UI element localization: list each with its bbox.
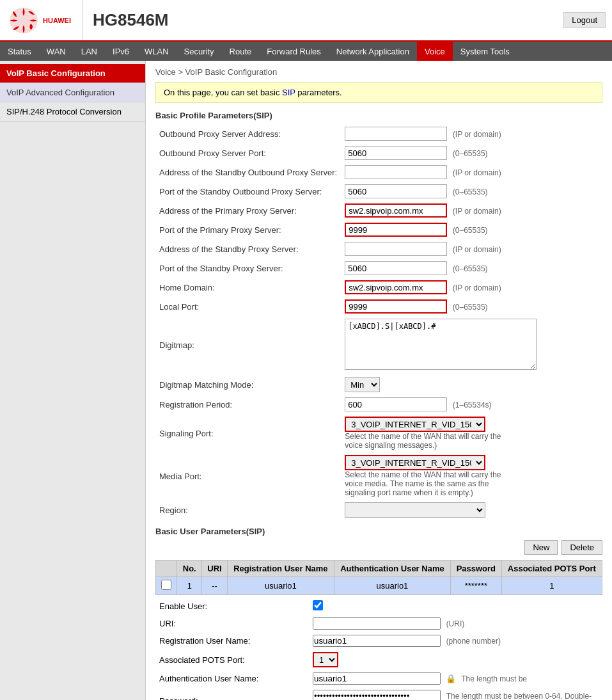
standby-proxy-address-label: Address of the Standby Proxy Server:: [155, 239, 341, 259]
nav-security[interactable]: Security: [177, 42, 222, 61]
enable-user-row: Enable User:: [155, 598, 602, 615]
local-port-input[interactable]: [345, 299, 447, 314]
primary-proxy-port-hint: (0–65535): [453, 226, 488, 235]
local-port-label: Local Port:: [155, 297, 341, 316]
reg-period-label: Registration Period:: [155, 395, 341, 414]
user-row-checkbox[interactable]: [161, 580, 171, 590]
reg-period-row: Registration Period: (1–65534s): [155, 395, 602, 414]
outbound-proxy-address-hint: (IP or domain): [453, 130, 501, 139]
digitmap-textarea[interactable]: [xABCD].S|[xABCD].#: [345, 319, 537, 370]
reg-period-hint: (1–65534s): [453, 401, 492, 410]
uri-hint: (URI): [446, 619, 465, 628]
col-no: No.: [177, 561, 202, 577]
device-title: HG8546M: [83, 10, 169, 30]
signaling-port-row: Signaling Port: 3_VOIP_INTERNET_R_VID_15…: [155, 414, 602, 452]
basic-profile-title: Basic Profile Parameters(SIP): [155, 111, 602, 120]
home-domain-label: Home Domain:: [155, 278, 341, 297]
primary-proxy-port-row: Port of the Primary Proxy Server: (0–655…: [155, 220, 602, 239]
home-domain-input[interactable]: [345, 280, 447, 294]
primary-proxy-port-input[interactable]: [345, 223, 447, 237]
standby-proxy-port-input[interactable]: [345, 261, 447, 275]
reg-user-input[interactable]: [313, 635, 441, 647]
password-input[interactable]: [313, 690, 441, 700]
outbound-proxy-port-input[interactable]: [345, 146, 447, 160]
sidebar-sip-h248[interactable]: SIP/H.248 Protocol Conversion: [0, 102, 145, 122]
enable-user-checkbox[interactable]: [313, 600, 323, 610]
user-table: No. URI Registration User Name Authentic…: [155, 560, 602, 595]
region-label: Region:: [155, 500, 341, 520]
outbound-proxy-address-label: Outbound Proxy Server Address:: [155, 124, 341, 143]
col-checkbox: [156, 561, 177, 577]
nav-bar: Status WAN LAN IPv6 WLAN Security Route …: [0, 42, 612, 61]
media-port-select[interactable]: 3_VOIP_INTERNET_R_VID_1503: [345, 455, 485, 470]
auth-user-hint: The length must be: [461, 674, 527, 683]
delete-user-button[interactable]: Delete: [561, 540, 602, 555]
col-uri: URI: [202, 561, 228, 577]
nav-lan[interactable]: LAN: [74, 42, 105, 61]
standby-outbound-port-input[interactable]: [345, 184, 447, 198]
standby-proxy-port-hint: (0–65535): [453, 264, 488, 273]
nav-system-tools[interactable]: System Tools: [453, 42, 517, 61]
nav-forward-rules[interactable]: Forward Rules: [259, 42, 329, 61]
sidebar-voip-basic[interactable]: VoIP Basic Configuration: [0, 64, 145, 83]
outbound-proxy-address-input[interactable]: [345, 127, 447, 141]
uri-input[interactable]: [313, 617, 441, 630]
standby-outbound-address-input[interactable]: [345, 165, 447, 179]
local-port-row: Local Port: (0–65535): [155, 297, 602, 316]
user-table-row[interactable]: 1 -- usuario1 usuario1 ******* 1: [156, 577, 602, 595]
primary-proxy-address-hint: (IP or domain): [453, 207, 501, 216]
primary-proxy-address-row: Address of the Primary Proxy Server: (IP…: [155, 201, 602, 220]
content-area: Voice > VoIP Basic Configuration On this…: [146, 61, 612, 700]
nav-ipv6[interactable]: IPv6: [105, 42, 137, 61]
digitmap-mode-select[interactable]: Min Max: [345, 377, 380, 392]
col-password: Password: [451, 561, 502, 577]
nav-voice[interactable]: Voice: [417, 42, 453, 61]
auth-user-input[interactable]: [313, 672, 441, 685]
nav-wlan[interactable]: WLAN: [137, 42, 177, 61]
new-user-button[interactable]: New: [524, 540, 558, 555]
signaling-port-label: Signaling Port:: [155, 414, 341, 452]
primary-proxy-address-input[interactable]: [345, 203, 447, 218]
reg-user-label: Registration User Name:: [155, 632, 309, 649]
standby-proxy-port-label: Port of the Standby Proxy Server:: [155, 259, 341, 278]
primary-proxy-port-label: Port of the Primary Proxy Server:: [155, 220, 341, 239]
sidebar-voip-advanced[interactable]: VoIP Advanced Configuration: [0, 83, 145, 102]
region-select[interactable]: [345, 502, 485, 518]
assoc-pots-row: Associated POTS Port: 1 2: [155, 649, 602, 670]
huawei-logo: [6, 4, 42, 36]
nav-route[interactable]: Route: [222, 42, 260, 61]
password-row: Password: The length must be between 0-6…: [155, 687, 602, 700]
standby-outbound-port-hint: (0–65535): [453, 187, 488, 196]
nav-status[interactable]: Status: [0, 42, 39, 61]
logo-area: HUAWEI: [6, 0, 83, 40]
info-box: On this page, you can set basic SIP para…: [155, 82, 602, 103]
user-pots-port: 1: [501, 577, 602, 595]
reg-period-input[interactable]: [345, 397, 447, 411]
uri-row: URI: (URI): [155, 615, 602, 632]
outbound-proxy-port-hint: (0–65535): [453, 149, 488, 158]
standby-proxy-address-input[interactable]: [345, 242, 447, 256]
user-uri: --: [202, 577, 228, 595]
reg-user-hint: (phone number): [446, 637, 501, 646]
assoc-pots-label: Associated POTS Port:: [155, 649, 309, 670]
auth-user-row: Authentication User Name: 🔒 The length m…: [155, 670, 602, 687]
reg-user-row: Registration User Name: (phone number): [155, 632, 602, 649]
standby-outbound-port-label: Port of the Standby Outbound Proxy Serve…: [155, 182, 341, 201]
nav-wan[interactable]: WAN: [39, 42, 74, 61]
outbound-proxy-address-row: Outbound Proxy Server Address: (IP or do…: [155, 124, 602, 143]
digitmap-mode-label: Digitmap Matching Mode:: [155, 374, 341, 395]
standby-outbound-address-row: Address of the Standby Outbound Proxy Se…: [155, 163, 602, 182]
logout-button[interactable]: Logout: [563, 12, 606, 28]
col-pots-port: Associated POTS Port: [501, 561, 602, 577]
col-auth-user: Authentication User Name: [334, 561, 450, 577]
user-no: 1: [177, 577, 202, 595]
signaling-port-select[interactable]: 3_VOIP_INTERNET_R_VID_1503: [345, 417, 485, 432]
media-port-label: Media Port:: [155, 452, 341, 500]
user-table-header-row: No. URI Registration User Name Authentic…: [156, 561, 602, 577]
assoc-pots-select[interactable]: 1 2: [313, 652, 338, 667]
auth-user-label: Authentication User Name:: [155, 670, 309, 687]
nav-network-app[interactable]: Network Application: [329, 42, 417, 61]
home-domain-row: Home Domain: (IP or domain): [155, 278, 602, 297]
digitmap-row: Digitmap: [xABCD].S|[xABCD].#: [155, 316, 602, 374]
uri-label: URI:: [155, 615, 309, 632]
